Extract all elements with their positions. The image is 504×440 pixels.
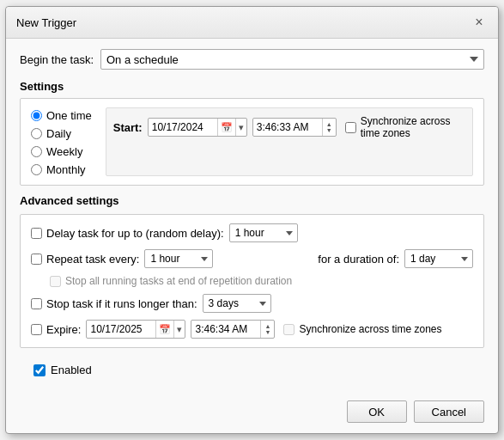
radio-label-one-time: One time	[46, 109, 92, 122]
begin-task-select[interactable]: On a schedule	[100, 49, 484, 70]
expire-row: Expire: 📅 ▾ ▲ ▼ Synchronize acros	[31, 320, 473, 339]
duration-select[interactable]: 1 day	[404, 249, 473, 268]
repeat-task-label: Repeat task every:	[46, 253, 139, 266]
radio-input-daily[interactable]	[31, 128, 42, 139]
settings-section: One time Daily Weekly Monthly	[20, 98, 484, 186]
time-spin-button[interactable]: ▲ ▼	[322, 119, 336, 136]
sync-label: Synchronize across time zones	[361, 115, 465, 139]
buttons-row: OK Cancel	[6, 394, 498, 433]
start-section: Start: 📅 ▾ ▲ ▼	[106, 107, 473, 176]
repeat-task-checkbox[interactable]	[31, 254, 42, 265]
advanced-label: Advanced settings	[20, 194, 484, 207]
start-label: Start:	[113, 121, 143, 134]
expire-date-input[interactable]	[87, 321, 155, 338]
radio-group: One time Daily Weekly Monthly	[31, 107, 92, 176]
expire-date-picker-button[interactable]: 📅	[155, 321, 173, 338]
for-duration-row: for a duration of: 1 day	[318, 249, 473, 268]
repeat-task-select[interactable]: 1 hour	[144, 249, 213, 268]
start-row: Start: 📅 ▾ ▲ ▼	[113, 115, 465, 139]
cancel-button[interactable]: Cancel	[414, 400, 484, 423]
start-date-input[interactable]	[149, 119, 217, 136]
begin-task-label: Begin the task:	[20, 53, 94, 66]
radio-label-daily: Daily	[46, 127, 71, 140]
start-date-wrap: 📅 ▾	[148, 118, 247, 137]
radio-daily[interactable]: Daily	[31, 127, 92, 140]
expire-sync-checkbox[interactable]	[283, 324, 295, 335]
stop-longer-row: Stop task if it runs longer than: 3 days	[31, 294, 473, 313]
advanced-section: Delay task for up to (random delay): 1 h…	[20, 214, 484, 348]
radio-input-one-time[interactable]	[31, 110, 42, 121]
date-dropdown-button[interactable]: ▾	[235, 119, 246, 136]
expire-spin-down-icon[interactable]: ▼	[265, 329, 271, 335]
delay-task-checkbox-label[interactable]: Delay task for up to (random delay):	[31, 227, 224, 240]
settings-label: Settings	[20, 80, 484, 93]
expire-label: Expire:	[46, 323, 81, 336]
radio-input-weekly[interactable]	[31, 146, 42, 157]
enabled-label: Enabled	[51, 364, 92, 376]
expire-date-dropdown-button[interactable]: ▾	[173, 321, 185, 338]
spin-down-icon[interactable]: ▼	[326, 127, 332, 133]
radio-monthly[interactable]: Monthly	[31, 163, 92, 176]
dialog-body: Begin the task: On a schedule Settings O…	[6, 39, 498, 394]
expire-time-wrap: ▲ ▼	[191, 320, 275, 339]
stop-longer-select[interactable]: 3 days	[203, 294, 271, 313]
stop-running-row: Stop all running tasks at end of repetit…	[31, 275, 473, 287]
radio-label-weekly: Weekly	[46, 145, 82, 158]
start-time-wrap: ▲ ▼	[252, 118, 337, 137]
radio-weekly[interactable]: Weekly	[31, 145, 92, 158]
stop-longer-checkbox[interactable]	[31, 298, 42, 309]
begin-task-row: Begin the task: On a schedule	[20, 49, 484, 70]
expire-sync-label: Synchronize across time zones	[299, 323, 441, 335]
sync-checkbox[interactable]	[345, 122, 356, 133]
spin-up-icon[interactable]: ▲	[326, 121, 332, 127]
enabled-checkbox[interactable]	[33, 364, 46, 376]
dialog-window: New Trigger × Begin the task: On a sched…	[5, 6, 499, 434]
ok-button[interactable]: OK	[347, 400, 407, 423]
radio-one-time[interactable]: One time	[31, 109, 92, 122]
stop-running-label: Stop all running tasks at end of repetit…	[65, 275, 292, 287]
delay-task-label: Delay task for up to (random delay):	[46, 227, 224, 240]
stop-running-checkbox[interactable]	[50, 276, 61, 287]
duration-label: for a duration of:	[318, 253, 399, 266]
stop-longer-label: Stop task if it runs longer than:	[46, 297, 197, 310]
radio-label-monthly: Monthly	[46, 163, 86, 176]
delay-task-row: Delay task for up to (random delay): 1 h…	[31, 223, 473, 242]
repeat-task-checkbox-label[interactable]: Repeat task every:	[31, 253, 139, 266]
expire-checkbox-label[interactable]: Expire:	[31, 323, 81, 336]
start-time-input[interactable]	[253, 119, 322, 136]
settings-inner: One time Daily Weekly Monthly	[31, 107, 473, 176]
delay-task-select[interactable]: 1 hour	[229, 223, 298, 242]
expire-spin-up-icon[interactable]: ▲	[265, 323, 271, 329]
close-button[interactable]: ×	[471, 14, 488, 31]
dialog-title: New Trigger	[16, 16, 76, 29]
expire-checkbox[interactable]	[31, 324, 42, 335]
expire-date-wrap: 📅 ▾	[86, 320, 185, 339]
delay-task-checkbox[interactable]	[31, 228, 42, 239]
enabled-row: Enabled	[20, 357, 484, 383]
expire-time-input[interactable]	[191, 321, 260, 338]
stop-longer-checkbox-label[interactable]: Stop task if it runs longer than:	[31, 297, 197, 310]
radio-input-monthly[interactable]	[31, 164, 42, 175]
title-bar: New Trigger ×	[6, 7, 498, 39]
date-picker-button[interactable]: 📅	[217, 119, 235, 136]
sync-row: Synchronize across time zones	[345, 115, 465, 139]
expire-time-spin[interactable]: ▲ ▼	[260, 321, 274, 338]
repeat-task-row: Repeat task every: 1 hour for a duration…	[31, 249, 473, 268]
expire-sync-row: Synchronize across time zones	[283, 323, 441, 335]
